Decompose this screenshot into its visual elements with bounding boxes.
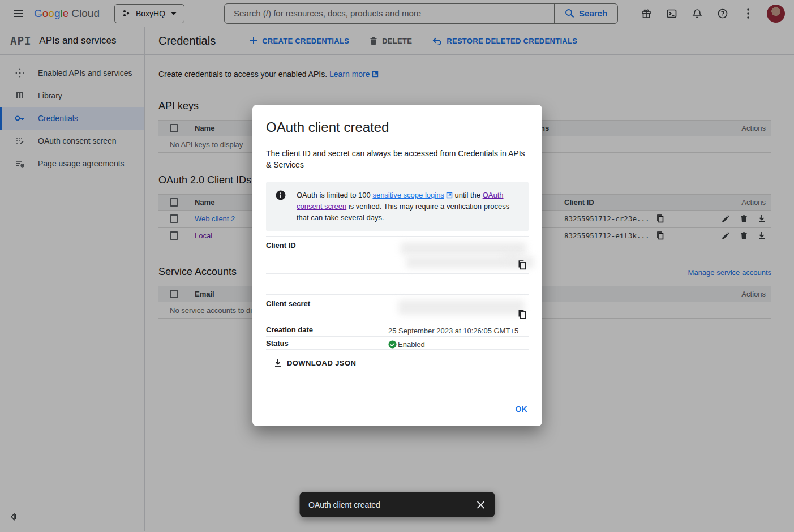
client-secret-row: Client secret (266, 294, 529, 323)
dialog-fields: Client ID Client secret Creation date 25… (266, 236, 529, 350)
dialog-title: OAuth client created (266, 119, 529, 135)
verification-notice: OAuth is limited to 100 sensitive scope … (266, 182, 529, 231)
status-label: Status (266, 337, 388, 349)
client-id-label: Client ID (266, 237, 388, 273)
creation-date-value: 25 September 2023 at 10:26:05 GMT+5 (388, 323, 529, 336)
external-link-icon (446, 192, 453, 199)
copy-client-id-button[interactable] (517, 259, 527, 271)
ok-button[interactable]: OK (515, 405, 527, 414)
toast: OAuth client created (299, 492, 495, 517)
dialog-subtitle: The client ID and secret can always be a… (266, 148, 529, 170)
toast-close-button[interactable] (470, 494, 491, 516)
toast-message: OAuth client created (308, 500, 380, 509)
close-icon (476, 500, 485, 509)
copy-icon (518, 310, 526, 319)
status-row: Status Enabled (266, 336, 529, 350)
client-secret-label: Client secret (266, 295, 388, 323)
redacted-client-secret (398, 300, 524, 315)
download-icon (274, 359, 282, 367)
download-json-button[interactable]: DOWNLOAD JSON (274, 359, 356, 367)
status-value: Enabled (398, 340, 425, 349)
copy-client-secret-button[interactable] (517, 308, 527, 320)
notice-pre: OAuth is limited to 100 (297, 191, 372, 199)
notice-text: OAuth is limited to 100 sensitive scope … (297, 190, 520, 224)
spacer-row (266, 273, 529, 294)
creation-date-row: Creation date 25 September 2023 at 10:26… (266, 323, 529, 336)
notice-mid: until the (453, 191, 483, 199)
creation-date-label: Creation date (266, 323, 388, 336)
client-id-row: Client ID (266, 236, 529, 273)
download-json-label: DOWNLOAD JSON (287, 359, 356, 367)
oauth-client-created-dialog: OAuth client created The client ID and s… (252, 105, 542, 426)
sensitive-scope-logins-link[interactable]: sensitive scope logins (372, 191, 444, 199)
info-icon (275, 190, 286, 224)
copy-icon (518, 260, 526, 270)
check-circle-icon (388, 340, 397, 349)
